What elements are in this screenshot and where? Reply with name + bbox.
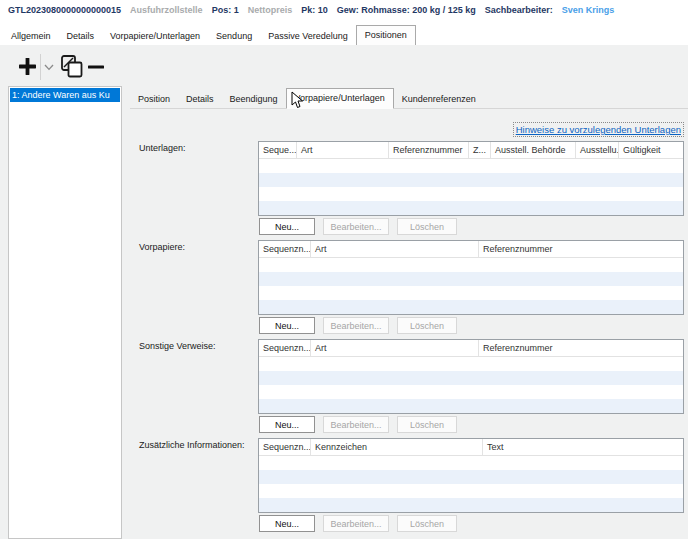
pos-indicator: Pos: 1	[212, 5, 239, 15]
zusaetzliche-informationen-table-header: Sequenzn... Kennzeichen Text	[259, 439, 683, 456]
unterlagen-table-header: Seque... Art Referenznummer Z... Ausstel…	[259, 142, 683, 159]
sonstige-verweise-actions: Neu... Bearbeiten... Löschen	[259, 416, 457, 433]
unterlagen-table[interactable]: Seque... Art Referenznummer Z... Ausstel…	[258, 141, 684, 216]
toolbar-divider	[40, 54, 41, 80]
empty-row	[259, 357, 683, 371]
column-header-art[interactable]: Art	[311, 340, 479, 356]
tab-position[interactable]: Position	[130, 90, 178, 108]
column-header-referenznummer[interactable]: Referenznummer	[479, 241, 683, 257]
sachbearbeiter-label: Sachbearbeiter:	[485, 5, 553, 15]
column-header-z[interactable]: Z...	[469, 142, 491, 158]
zusaetzliche-informationen-label: Zusätzliche Informationen:	[139, 440, 245, 450]
unterlagen-neu-button[interactable]: Neu...	[259, 218, 315, 235]
nettopreis-label: Nettopreis	[248, 5, 293, 15]
sonstige-loeschen-button[interactable]: Löschen	[397, 416, 457, 433]
column-header-ausstell-behoerde[interactable]: Ausstell. Behörde	[491, 142, 576, 158]
empty-row	[259, 300, 683, 314]
tab-beendigung[interactable]: Beendigung	[222, 90, 286, 108]
empty-row	[259, 498, 683, 512]
zusatz-bearbeiten-button[interactable]: Bearbeiten...	[323, 515, 389, 532]
gewicht-indicator: Gew: Rohmasse: 200 kg / 125 kg	[337, 5, 476, 15]
vorpapiere-table-body	[259, 258, 683, 314]
column-header-referenznummer[interactable]: Referenznummer	[479, 340, 683, 356]
zusatz-loeschen-button[interactable]: Löschen	[397, 515, 457, 532]
tab-position-details[interactable]: Details	[178, 90, 222, 108]
sonstige-neu-button[interactable]: Neu...	[259, 416, 315, 433]
zusaetzliche-informationen-actions: Neu... Bearbeiten... Löschen	[259, 515, 457, 532]
unterlagen-table-body	[259, 159, 683, 215]
main-tab-bar: Allgemein Details Vorpapiere/Unterlagen …	[0, 25, 688, 46]
column-header-ausstellu[interactable]: Ausstellu...	[576, 142, 619, 158]
mouse-cursor-icon	[291, 91, 304, 110]
info-bar: GTL2023080000000000015 Ausfuhrzollstelle…	[0, 0, 688, 20]
chevron-down-icon	[44, 64, 54, 71]
vorpapiere-table-header: Sequenzn... Art Referenznummer	[259, 241, 683, 258]
column-header-sequenz[interactable]: Sequenzn...	[259, 241, 311, 257]
tab-vorpapiere-unterlagen[interactable]: Vorpapiere/Unterlagen	[102, 27, 208, 45]
sonstige-verweise-table-body	[259, 357, 683, 413]
position-tab-bar: Position Details Beendigung Vorpapiere/U…	[130, 89, 688, 109]
empty-row	[259, 187, 683, 201]
empty-row	[259, 456, 683, 470]
column-header-art[interactable]: Art	[311, 241, 479, 257]
empty-row	[259, 470, 683, 484]
unterlagen-actions: Neu... Bearbeiten... Löschen	[259, 218, 457, 235]
empty-row	[259, 201, 683, 215]
zusaetzliche-informationen-table[interactable]: Sequenzn... Kennzeichen Text	[258, 438, 684, 513]
copy-position-button[interactable]	[60, 54, 84, 79]
column-header-referenznummer[interactable]: Referenznummer	[389, 142, 469, 158]
tab-allgemein[interactable]: Allgemein	[3, 27, 59, 45]
unterlagen-bearbeiten-button[interactable]: Bearbeiten...	[323, 218, 389, 235]
vorpapiere-neu-button[interactable]: Neu...	[259, 317, 315, 334]
tab-kundenreferenzen[interactable]: Kundenreferenzen	[394, 90, 484, 108]
vorpapiere-actions: Neu... Bearbeiten... Löschen	[259, 317, 457, 334]
sonstige-verweise-table[interactable]: Sequenzn... Art Referenznummer	[258, 339, 684, 414]
unterlagen-label: Unterlagen:	[139, 143, 186, 153]
pk-indicator: Pk: 10	[301, 5, 328, 15]
document-number: GTL2023080000000000015	[8, 5, 121, 15]
sonstige-verweise-table-header: Sequenzn... Art Referenznummer	[259, 340, 683, 357]
column-header-sequenz[interactable]: Seque...	[259, 142, 297, 158]
tab-passive-veredelung[interactable]: Passive Veredelung	[260, 27, 356, 45]
empty-row	[259, 484, 683, 498]
add-position-button[interactable]	[18, 57, 37, 76]
column-header-sequenz[interactable]: Sequenzn...	[259, 439, 311, 455]
minus-icon	[88, 65, 104, 69]
tab-positionen[interactable]: Positionen	[356, 25, 416, 46]
empty-row	[259, 272, 683, 286]
hinweise-unterlagen-link[interactable]: Hinweise zu vorzulegenden Unterlagen	[513, 122, 684, 137]
empty-row	[259, 286, 683, 300]
app-window: GTL2023080000000000015 Ausfuhrzollstelle…	[0, 0, 688, 539]
ausfuhrzollstelle-label: Ausfuhrzollstelle	[130, 5, 203, 15]
sachbearbeiter-name: Sven Krings	[562, 5, 615, 15]
empty-row	[259, 371, 683, 385]
remove-position-button[interactable]	[88, 64, 104, 69]
position-list-item-selected[interactable]: 1: Andere Waren aus Ku	[10, 88, 120, 102]
copy-icon	[60, 54, 84, 79]
zusatz-neu-button[interactable]: Neu...	[259, 515, 315, 532]
column-header-sequenz[interactable]: Sequenzn...	[259, 340, 311, 356]
add-position-dropdown[interactable]	[44, 64, 54, 71]
column-header-text[interactable]: Text	[483, 439, 683, 455]
vorpapiere-table[interactable]: Sequenzn... Art Referenznummer	[258, 240, 684, 315]
plus-icon	[18, 57, 37, 76]
sonstige-bearbeiten-button[interactable]: Bearbeiten...	[323, 416, 389, 433]
sonstige-verweise-label: Sonstige Verweise:	[139, 341, 216, 351]
empty-row	[259, 258, 683, 272]
tab-details[interactable]: Details	[59, 27, 103, 45]
empty-row	[259, 399, 683, 413]
column-header-gueltigkeit[interactable]: Gültigkeit	[619, 142, 683, 158]
empty-row	[259, 173, 683, 187]
vorpapiere-bearbeiten-button[interactable]: Bearbeiten...	[323, 317, 389, 334]
vorpapiere-loeschen-button[interactable]: Löschen	[397, 317, 457, 334]
column-header-kennzeichen[interactable]: Kennzeichen	[311, 439, 483, 455]
tab-sendung[interactable]: Sendung	[208, 27, 260, 45]
zusaetzliche-informationen-table-body	[259, 456, 683, 512]
position-list[interactable]: 1: Andere Waren aus Ku	[8, 86, 122, 539]
empty-row	[259, 159, 683, 173]
vorpapiere-label: Vorpapiere:	[139, 242, 185, 252]
unterlagen-loeschen-button[interactable]: Löschen	[397, 218, 457, 235]
column-header-art[interactable]: Art	[297, 142, 389, 158]
empty-row	[259, 385, 683, 399]
